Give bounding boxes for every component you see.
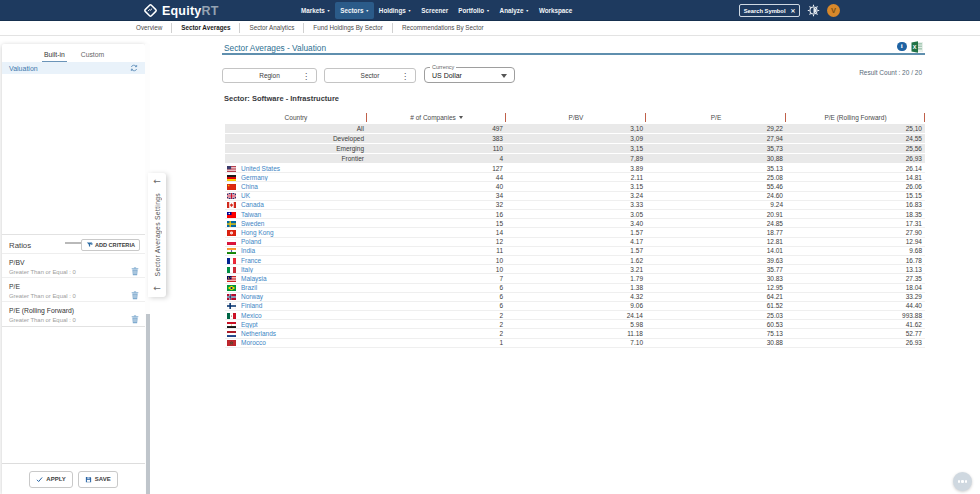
app-logo[interactable]: EquityRT: [143, 0, 218, 21]
tab-fund-holdings-by-sector[interactable]: Fund Holdings By Sector: [303, 23, 392, 33]
apply-button[interactable]: APPLY: [29, 471, 72, 488]
sector-filter-button[interactable]: Sector ⋮: [324, 68, 416, 83]
column-header-p-e-rolling-forward-[interactable]: P/E (Rolling Forward): [786, 110, 925, 124]
sector-averages-settings-panel: Built-inCustom Valuation Ratios ADD CRIT…: [2, 44, 145, 494]
country-link[interactable]: Canada: [241, 201, 264, 208]
tab-overview[interactable]: Overview: [127, 23, 171, 33]
sidebar-scrollbar-thumb[interactable]: [146, 314, 150, 494]
nav-item-screener[interactable]: Screener: [416, 2, 453, 19]
cell-perf: 993.88: [786, 311, 925, 320]
kebab-menu-icon[interactable]: ⋮: [302, 71, 310, 82]
cell-companies: 6: [367, 283, 506, 292]
country-link[interactable]: China: [241, 183, 258, 190]
add-criteria-button[interactable]: ADD CRITERIA: [81, 239, 140, 252]
theme-toggle-icon[interactable]: [807, 4, 820, 17]
country-link[interactable]: Germany: [241, 174, 268, 181]
country-link[interactable]: Norway: [241, 293, 263, 300]
brand-name: EquityRT: [162, 4, 218, 18]
country-link[interactable]: Mexico: [241, 312, 262, 319]
summary-row[interactable]: Frontier47,8930,8826,93: [225, 154, 925, 164]
country-link[interactable]: Sweden: [241, 220, 265, 227]
country-link[interactable]: Brazil: [241, 284, 257, 291]
excel-export-icon[interactable]: X: [911, 41, 924, 53]
table-row[interactable]: Italy103.2135.7713.13: [225, 265, 925, 274]
nav-item-markets[interactable]: Markets▼: [296, 2, 335, 19]
currency-label: Currency: [430, 64, 456, 70]
country-flag-icon fr: [227, 258, 236, 264]
nav-item-analyze[interactable]: Analyze▼: [495, 2, 534, 19]
country-link[interactable]: India: [241, 247, 255, 254]
chat-launcher-button[interactable]: [953, 472, 972, 491]
table-row[interactable]: Brazil61.3812.9518.04: [225, 283, 925, 292]
region-filter-button[interactable]: Region ⋮: [222, 68, 317, 83]
tab-recommendations-by-sector[interactable]: Recommendations By Sector: [392, 23, 493, 33]
sidebar-tab-custom[interactable]: Custom: [79, 49, 106, 63]
country-link[interactable]: Poland: [241, 238, 261, 245]
table-row[interactable]: Germany442.1125.0814.81: [225, 173, 925, 182]
country-link[interactable]: Finland: [241, 302, 262, 309]
table-row[interactable]: Canada323.339.2416.83: [225, 200, 925, 209]
table-row[interactable]: India111.5714.019.68: [225, 246, 925, 255]
country-link[interactable]: Egypt: [241, 321, 258, 328]
cell-pbv: 1.62: [506, 255, 646, 264]
country-link[interactable]: Netherlands: [241, 330, 276, 337]
close-icon[interactable]: ✕: [791, 8, 796, 14]
cell-companies: 4: [367, 154, 506, 164]
delete-criteria-icon[interactable]: [131, 310, 139, 328]
table-row[interactable]: Finland69.0661.5244.40: [225, 301, 925, 310]
table-row[interactable]: UK343.2424.6015.15: [225, 191, 925, 200]
table-row[interactable]: Egypt25.9860.5341.62: [225, 320, 925, 329]
sidebar-item-valuation[interactable]: Valuation: [2, 62, 145, 74]
summary-row[interactable]: All4973,1029,2225,10: [225, 124, 925, 134]
cell-pbv: 4.17: [506, 237, 646, 246]
country-cell: Finland: [225, 301, 367, 310]
summary-row[interactable]: Developed3833,0927,9424,55: [225, 134, 925, 144]
country-cell: Hong Kong: [225, 228, 367, 237]
table-row[interactable]: Mexico224.1425.03993.88: [225, 311, 925, 320]
nav-item-sectors[interactable]: Sectors▼: [335, 2, 374, 19]
country-link[interactable]: United States: [241, 165, 280, 172]
search-symbol-button[interactable]: Search Symbol ✕: [739, 4, 800, 17]
country-link[interactable]: Malaysia: [241, 275, 267, 282]
column-header--of-companies[interactable]: # of Companies: [367, 110, 506, 124]
tab-sector-analytics[interactable]: Sector Analytics: [239, 23, 303, 33]
country-link[interactable]: Hong Kong: [241, 229, 274, 236]
user-avatar[interactable]: V: [827, 4, 840, 17]
table-row[interactable]: France101.6239.6316.78: [225, 255, 925, 264]
country-link[interactable]: Taiwan: [241, 211, 261, 218]
column-header-p-bv[interactable]: P/BV: [506, 110, 646, 124]
table-row[interactable]: Taiwan163.0520.9118.35: [225, 210, 925, 219]
table-row[interactable]: Norway64.3264.2133.29: [225, 292, 925, 301]
table-row[interactable]: Malaysia71.7930.8327.35: [225, 274, 925, 283]
refresh-icon[interactable]: [130, 64, 138, 72]
collapse-arrow-icon-top[interactable]: ←: [153, 177, 161, 186]
country-link[interactable]: UK: [241, 192, 250, 199]
column-header-country[interactable]: Country: [225, 110, 367, 124]
column-header-p-e[interactable]: P/E: [646, 110, 786, 124]
currency-select[interactable]: Currency US Dollar: [424, 67, 515, 83]
ratios-drag-handle[interactable]: [65, 242, 81, 244]
info-icon[interactable]: i: [897, 42, 907, 52]
country-link[interactable]: France: [241, 257, 261, 264]
kebab-menu-icon[interactable]: ⋮: [401, 71, 409, 82]
country-link[interactable]: Morocco: [241, 339, 266, 346]
nav-item-holdings[interactable]: Holdings▼: [374, 2, 416, 19]
nav-item-portfolio[interactable]: Portfolio▼: [453, 2, 494, 19]
tab-sector-averages[interactable]: Sector Averages: [171, 23, 239, 33]
table-row[interactable]: Sweden153.4024.8517.31: [225, 219, 925, 228]
criteria-condition: Greater Than or Equal : 0: [9, 293, 76, 299]
country-link[interactable]: Italy: [241, 266, 253, 273]
table-row[interactable]: China403.1555.4626.06: [225, 182, 925, 191]
summary-row[interactable]: Emerging1103,1535,7325,56: [225, 144, 925, 154]
nav-item-workspace[interactable]: Workspace: [534, 2, 577, 19]
cell-pbv: 24.14: [506, 311, 646, 320]
sidebar-tab-built-in[interactable]: Built-in: [42, 49, 67, 63]
table-row[interactable]: United States1273.8935.1326.14: [225, 164, 925, 173]
collapse-arrow-icon-bottom[interactable]: ←: [153, 284, 161, 293]
table-row[interactable]: Morocco17.1030.8826.93: [225, 338, 925, 347]
settings-drawer-handle[interactable]: ← Sector Averages Settings ←: [148, 173, 166, 297]
table-row[interactable]: Hong Kong141.5718.7727.90: [225, 228, 925, 237]
table-row[interactable]: Netherlands211.1875.1352.77: [225, 329, 925, 338]
save-button[interactable]: SAVE: [78, 471, 118, 488]
table-row[interactable]: Poland124.1712.8112.94: [225, 237, 925, 246]
